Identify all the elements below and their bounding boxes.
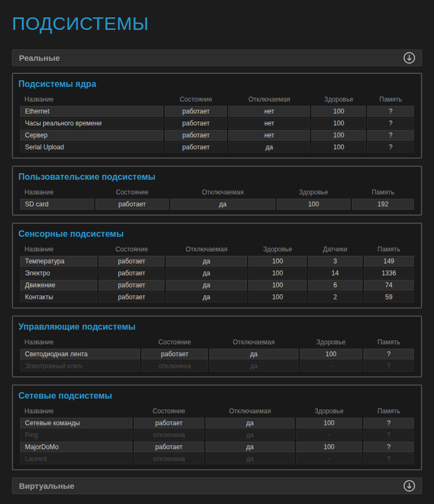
control-subsystems-table: НазваниеСостояниеОтключаемаяЗдоровьеПамя… (18, 336, 416, 373)
column-header: Память (363, 406, 414, 417)
table-row: SD cardработаетда100192 (20, 199, 414, 210)
circle-arrow-down-icon[interactable] (403, 51, 416, 65)
value-cell: да (206, 418, 295, 429)
circle-arrow-down-icon[interactable] (403, 479, 416, 493)
column-header: Отключаемая (170, 187, 275, 198)
value-cell: - (300, 361, 362, 371)
value-cell: 100 (296, 442, 362, 452)
value-cell: отключена (134, 430, 204, 440)
value-cell: ? (363, 349, 414, 360)
value-cell: да (206, 442, 295, 452)
value-cell: работает (165, 106, 227, 117)
value-cell: ? (367, 130, 414, 141)
value-cell: да (206, 430, 295, 440)
subsystem-name-cell: Ping (20, 430, 132, 440)
column-header: Здоровье (277, 187, 350, 198)
column-header: Название (20, 187, 94, 198)
table-header-row: НазваниеСостояниеОтключаемаяЗдоровьеПамя… (20, 406, 414, 417)
value-cell: 3 (308, 256, 362, 267)
subsystem-name-cell: Serial Upload (20, 142, 163, 153)
value-cell: 149 (364, 256, 414, 267)
subsystem-name-cell: Контакты (20, 292, 97, 303)
column-header: Отключаемая (228, 94, 310, 105)
value-cell: да (166, 268, 247, 279)
panel-sensor-subsystems: Сенсорные подсистемы НазваниеСостояниеОт… (12, 223, 422, 308)
column-header: Состояние (99, 244, 164, 255)
column-header: Состояние (95, 187, 169, 198)
column-header: Здоровье (300, 337, 362, 348)
value-cell: - (296, 430, 362, 440)
value-cell: 59 (364, 292, 414, 303)
sensor-subsystems-table: НазваниеСостояниеОтключаемаяЗдоровьеДатч… (18, 243, 416, 304)
column-header: Отключаемая (209, 337, 298, 348)
column-header: Состояние (142, 337, 207, 348)
table-row: Движениеработаетда100674 (20, 280, 414, 291)
value-cell: да (166, 256, 247, 267)
value-cell: 100 (300, 349, 362, 360)
column-header: Название (20, 337, 140, 348)
panel-control-subsystems: Управляющие подсистемы НазваниеСостояние… (12, 316, 422, 377)
kernel-subsystems-table: НазваниеСостояниеОтключаемаяЗдоровьеПамя… (18, 93, 416, 154)
value-cell: ? (363, 361, 414, 371)
column-header: Память (364, 244, 414, 255)
value-cell: 14 (308, 268, 362, 279)
column-header: Здоровье (248, 244, 307, 255)
value-cell: отключена (134, 453, 204, 464)
table-row: Ethernetработаетнет100? (20, 106, 414, 117)
subsystem-name-cell: Ethernet (20, 106, 163, 117)
value-cell: работает (165, 130, 227, 141)
table-row: Температураработаетда1003149 (20, 256, 414, 267)
value-cell: да (228, 142, 310, 153)
subsystem-name-cell: Электронный ключ (20, 361, 140, 371)
panel-kernel-subsystems: Подсистемы ядра НазваниеСостояниеОтключа… (12, 73, 422, 159)
value-cell: работает (99, 256, 164, 267)
value-cell: ? (363, 442, 414, 452)
column-header: Состояние (165, 94, 227, 105)
subsystem-name-cell: Электро (20, 268, 97, 279)
table-row: Часы реального времениработаетнет100? (20, 118, 414, 129)
value-cell: ? (363, 430, 414, 440)
table-row: Электроработаетда100141336 (20, 268, 414, 279)
value-cell: 100 (296, 418, 362, 429)
value-cell: работает (99, 268, 164, 279)
value-cell: ? (367, 118, 414, 129)
table-row: Электронный ключотключенада-? (20, 361, 414, 371)
table-row: Сетевые командыработаетда100? (20, 418, 414, 429)
value-cell: да (209, 349, 298, 360)
value-cell: нет (228, 130, 310, 141)
value-cell: 2 (308, 292, 362, 303)
subsystem-name-cell: MajorDoMo (20, 442, 132, 452)
subsystem-name-cell: Светодиодная лента (20, 349, 140, 360)
value-cell: нет (228, 118, 310, 129)
column-header: Название (20, 244, 97, 255)
table-header-row: НазваниеСостояниеОтключаемаяЗдоровьеПамя… (20, 94, 414, 105)
subsystem-name-cell: Сервер (20, 130, 163, 141)
value-cell: 100 (311, 118, 366, 129)
value-cell: работает (165, 142, 227, 153)
value-cell: 1336 (364, 268, 414, 279)
column-header: Название (20, 94, 163, 105)
column-header: Память (363, 337, 414, 348)
value-cell: работает (165, 118, 227, 129)
panel-title: Пользовательские подсистемы (18, 172, 416, 182)
value-cell: 100 (311, 106, 366, 117)
value-cell: да (170, 199, 275, 210)
value-cell: 100 (248, 280, 307, 291)
panel-title: Сетевые подсистемы (18, 391, 416, 401)
group-header-real[interactable]: Реальные (12, 49, 422, 66)
column-header: Датчики (308, 244, 362, 255)
table-header-row: НазваниеСостояниеОтключаемаяЗдоровьеДатч… (20, 244, 414, 255)
table-row: Серверработаетнет100? (20, 130, 414, 141)
panel-user-subsystems: Пользовательские подсистемы НазваниеСост… (12, 166, 422, 216)
value-cell: работает (99, 280, 164, 291)
subsystem-name-cell: Сетевые команды (20, 418, 132, 429)
value-cell: ? (367, 142, 414, 153)
subsystem-name-cell: Laurent (20, 453, 132, 464)
group-virtual-label: Виртуальные (19, 481, 74, 490)
subsystem-name-cell: Часы реального времени (20, 118, 163, 129)
column-header: Название (20, 406, 132, 417)
group-header-virtual[interactable]: Виртуальные (12, 477, 422, 494)
value-cell: 100 (248, 268, 307, 279)
table-row: Serial Uploadработаетда100? (20, 142, 414, 153)
column-header: Память (367, 94, 414, 105)
